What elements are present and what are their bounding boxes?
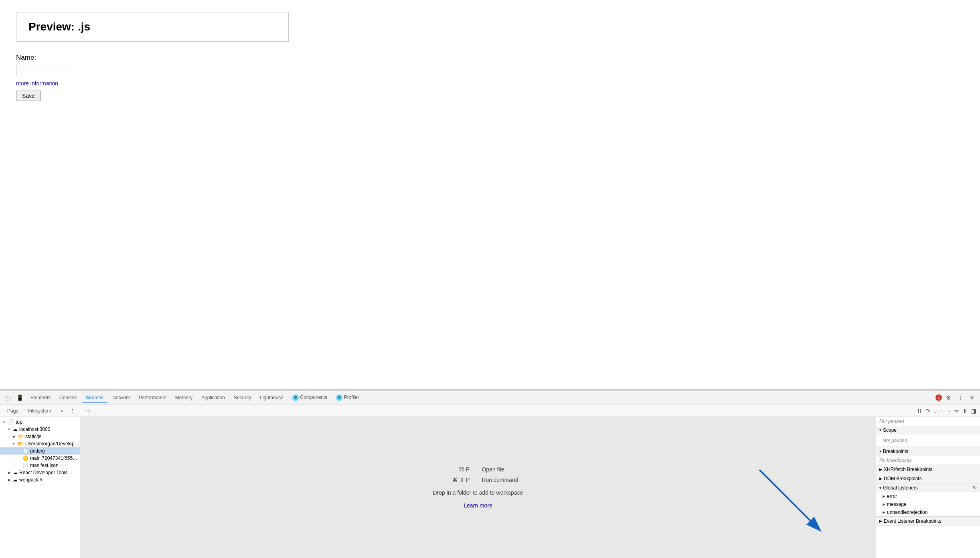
sources-center-wrapper: ⊣ ⌘ P Open file ⌘ ⇧ P Run command Drop i… xyxy=(80,405,876,558)
tree-arrow-top: ▾ xyxy=(3,420,8,424)
cloud-icon-react: ☁ xyxy=(13,470,18,475)
device-toggle-icon[interactable]: 📱 xyxy=(14,393,26,402)
error-badge: 1 xyxy=(935,394,942,401)
event-listener-arrow: ▶ xyxy=(879,519,882,523)
devtools-body: Page Filesystem » ⋮ ▾ 📄 top ▾ xyxy=(0,405,980,558)
open-file-keys: ⌘ P xyxy=(437,466,470,473)
preview-title: Preview: .js xyxy=(28,20,90,33)
xhr-breakpoints-section: ▶ XHR/fetch Breakpoints xyxy=(876,465,980,474)
tree-arrow-localhost: ▾ xyxy=(8,427,13,431)
global-listeners-section: ▾ Global Listeners ↻ ▶ error ▶ message xyxy=(876,483,980,517)
tree-item-manifest[interactable]: 📄 manifest.json xyxy=(0,462,80,469)
preview-box: Preview: .js xyxy=(16,12,289,42)
settings-icon[interactable]: ⚙ xyxy=(944,393,954,402)
tab-application[interactable]: Application xyxy=(197,392,229,403)
subtab-filesystem[interactable]: Filesystem xyxy=(24,406,55,415)
dom-breakpoints-section: ▶ DOM Breakpoints xyxy=(876,474,980,483)
refresh-listeners-icon[interactable]: ↻ xyxy=(973,485,977,491)
tree-item-staticjs[interactable]: ▶ 📁 static/js xyxy=(0,433,80,440)
tab-memory[interactable]: Memory xyxy=(171,392,196,403)
tree-arrow-users: ▾ xyxy=(13,442,18,446)
scope-arrow: ▾ xyxy=(879,428,881,432)
breakpoints-header[interactable]: ▾ Breakpoints xyxy=(876,447,980,456)
tree-arrow-webpack: ▶ xyxy=(8,478,13,482)
top-not-paused: Not paused xyxy=(876,417,980,426)
debugger-panels: Not paused ▾ Scope Not paused ▾ Breakp xyxy=(876,417,980,558)
tab-security[interactable]: Security xyxy=(230,392,255,403)
tab-performance[interactable]: Performance xyxy=(135,392,170,403)
learn-more-link[interactable]: Learn more xyxy=(464,502,492,509)
subtab-page[interactable]: Page xyxy=(3,406,22,415)
svg-line-1 xyxy=(759,470,814,524)
tab-network[interactable]: Network xyxy=(108,392,134,403)
breakpoints-arrow: ▾ xyxy=(879,449,881,453)
xhr-label: XHR/fetch Breakpoints xyxy=(884,467,932,472)
collapse-sidebar-icon[interactable]: ⊣ xyxy=(83,406,92,416)
step-over-icon[interactable]: ↷ xyxy=(924,406,931,415)
deactivate-breakpoints-icon[interactable]: ✏ xyxy=(953,406,960,415)
cloud-icon-localhost: ☁ xyxy=(13,427,18,432)
scope-section: ▾ Scope Not paused xyxy=(876,426,980,447)
more-info-link[interactable]: more information xyxy=(16,80,964,87)
expand-panel-icon[interactable]: ◨ xyxy=(970,406,978,415)
dom-breakpoints-header[interactable]: ▶ DOM Breakpoints xyxy=(876,474,980,483)
error-arrow: ▶ xyxy=(883,494,885,498)
file-icon-main: 🟡 xyxy=(22,455,28,461)
xhr-breakpoints-header[interactable]: ▶ XHR/fetch Breakpoints xyxy=(876,465,980,474)
listener-unhandledrejection[interactable]: ▶ unhandledrejection xyxy=(876,508,980,516)
listener-message[interactable]: ▶ message xyxy=(876,500,980,508)
tree-item-react[interactable]: ▶ ☁ React Developer Tools xyxy=(0,469,80,476)
global-listeners-label: Global Listeners xyxy=(883,485,918,491)
tab-elements[interactable]: Elements xyxy=(26,392,55,403)
scope-header[interactable]: ▾ Scope xyxy=(876,426,980,435)
tab-sources[interactable]: Sources xyxy=(82,392,107,403)
more-subtabs-icon[interactable]: » xyxy=(58,407,65,415)
devtools-panel: ⬚ 📱 Elements Console Sources Network Per… xyxy=(0,390,980,558)
listener-unhandledrejection-label: unhandledrejection xyxy=(887,509,927,515)
step-out-icon[interactable]: ↑ xyxy=(938,406,944,415)
file-icon-index: 📄 xyxy=(22,448,28,454)
tree-item-main[interactable]: 🟡 main.72047341f655c2dc4f1a.h... xyxy=(0,455,80,462)
open-file-desc: Open file xyxy=(482,466,504,473)
dom-label: DOM Breakpoints xyxy=(884,476,922,481)
more-options-icon[interactable]: ⋮ xyxy=(955,393,966,402)
profiler-icon: ⚛ xyxy=(336,394,342,401)
pause-resume-icon[interactable]: ⏸ xyxy=(915,406,923,415)
inspect-icon[interactable]: ⬚ xyxy=(3,393,13,402)
tree-item-top[interactable]: ▾ 📄 top xyxy=(0,418,80,426)
name-label: Name: xyxy=(16,54,964,62)
name-input[interactable] xyxy=(16,65,72,76)
center-toolbar: ⊣ xyxy=(80,405,876,417)
close-devtools-icon[interactable]: ✕ xyxy=(967,393,977,402)
sources-left-panel: Page Filesystem » ⋮ ▾ 📄 top ▾ xyxy=(0,405,80,558)
cloud-icon-webpack: ☁ xyxy=(13,477,18,483)
tab-profiler[interactable]: ⚛ Profiler xyxy=(332,392,363,403)
unhandledrejection-arrow: ▶ xyxy=(883,510,885,514)
tree-item-index[interactable]: 📄 (index) xyxy=(0,447,80,455)
tab-components[interactable]: ⚛ Components xyxy=(288,392,331,403)
tree-arrow-react: ▶ xyxy=(8,471,13,475)
subtab-options-icon[interactable]: ⋮ xyxy=(67,406,78,416)
event-listener-label: Event Listener Breakpoints xyxy=(884,518,941,524)
tree-item-users[interactable]: ▾ 📂 Users/morgan/Development/d... xyxy=(0,440,80,447)
listener-error[interactable]: ▶ error xyxy=(876,492,980,500)
dom-arrow: ▶ xyxy=(879,477,882,481)
folder-icon-users: 📂 xyxy=(18,441,24,447)
breakpoints-label: Breakpoints xyxy=(883,449,908,454)
event-listener-header[interactable]: ▶ Event Listener Breakpoints xyxy=(876,517,980,526)
dont-pause-icon[interactable]: ⏸ xyxy=(961,406,969,415)
no-breakpoints-text: No breakpoints xyxy=(879,457,977,463)
global-listeners-header[interactable]: ▾ Global Listeners ↻ xyxy=(876,483,980,492)
save-button[interactable]: Save xyxy=(16,91,41,101)
folder-icon-staticjs: 📁 xyxy=(18,434,24,439)
drop-text: Drop in a folder to add to workspace xyxy=(433,489,523,496)
step-icon[interactable]: → xyxy=(944,406,952,415)
scope-label: Scope xyxy=(883,427,897,433)
step-into-icon[interactable]: ↓ xyxy=(932,406,937,415)
scope-not-paused: Not paused xyxy=(879,436,977,445)
tree-item-webpack[interactable]: ▶ ☁ webpack:// xyxy=(0,476,80,483)
tab-console[interactable]: Console xyxy=(55,392,81,403)
tree-item-localhost[interactable]: ▾ ☁ localhost:3000 xyxy=(0,426,80,433)
tab-lighthouse[interactable]: Lighthouse xyxy=(256,392,288,403)
cmd-run-command-row: ⌘ ⇧ P Run command xyxy=(437,477,518,483)
